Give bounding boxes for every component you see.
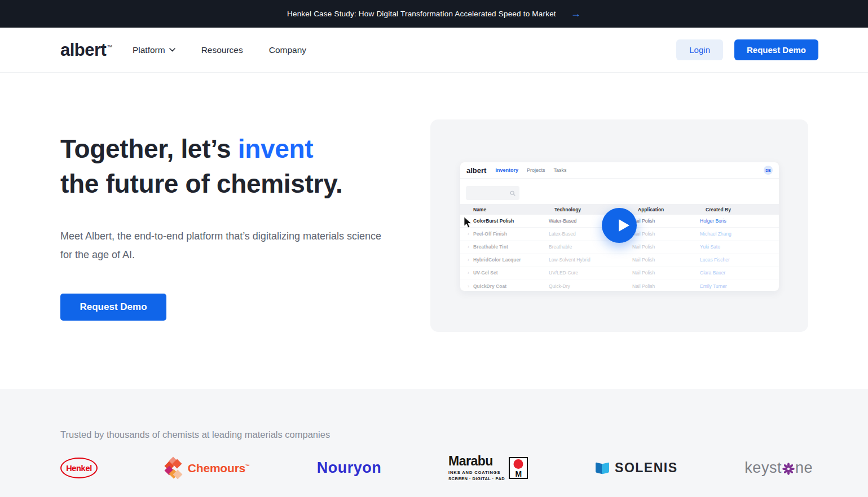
marabu-icon: M [509,457,528,479]
app-tab-inventory[interactable]: Inventory [495,167,518,173]
nav-item-company[interactable]: Company [269,45,306,55]
user-avatar[interactable]: DB [764,166,773,175]
row-application: Nail Polish [632,270,700,276]
login-button[interactable]: Login [676,39,723,60]
marabu-logo: Marabu INKS AND COATINGS SCREEN · DIGITA… [448,455,528,481]
keystone-text-pre: keyst [744,459,782,477]
keystone-text-post: ne [795,459,813,477]
arrow-right-icon: → [571,8,581,20]
solenis-logo-text: SOLENIS [615,460,677,476]
app-tabs: Inventory Projects Tasks [495,167,566,173]
row-created-by-link[interactable]: Emily Turner [700,283,779,289]
keystone-logo: keyst ne [744,459,813,477]
hero-subtext: Meet Albert, the end-to-end platform tha… [60,227,393,264]
table-row[interactable]: HybridColor Lacquer Low-Solvent Hybrid N… [460,254,779,267]
row-name: Peel-Off Finish [473,231,549,237]
mouse-cursor-icon [464,216,473,229]
company-logo-row: Henkel Chemours™ Nouryon Marabu INKS AND… [60,455,813,481]
hero-copy: Together, let’s inventthe future of chem… [60,131,416,321]
table-row[interactable]: UV-Gel Set UV/LED-Cure Nail Polish Clara… [460,267,779,279]
row-chevron-icon [468,231,473,237]
row-name: HybridColor Lacquer [473,257,549,263]
nav-links: Platform Resources Company [133,45,306,55]
hero-heading-highlight: invent [238,134,314,163]
albert-logo[interactable]: albert™ [60,40,112,60]
hero-heading-line2: the future of chemistry. [60,169,343,198]
logo-trademark: ™ [107,44,112,50]
nav-item-label: Platform [133,45,165,55]
logo-text: albert [60,40,106,60]
row-name: UV-Gel Set [473,270,549,276]
table-row[interactable]: QuickDry Coat Quick-Dry Nail Polish Emil… [460,279,779,291]
app-search-row [460,179,779,204]
nouryon-logo-text: Nouryon [317,459,382,476]
row-name: QuickDry Coat [473,283,549,289]
row-application: Nail Polish [632,231,700,237]
trusted-text: Trusted by thousands of chemists at lead… [60,429,813,440]
hero-section: Together, let’s inventthe future of chem… [0,73,868,389]
banner-text: Henkel Case Study: How Digital Transform… [287,10,556,18]
trusted-section: Trusted by thousands of chemists at lead… [0,389,868,497]
marabu-red-dot [514,459,523,469]
nav-item-resources[interactable]: Resources [201,45,243,55]
row-created-by-link[interactable]: Michael Zhang [700,231,779,237]
nav-actions: Login Request Demo [676,39,818,60]
solenis-logo: SOLENIS [595,460,677,476]
row-name: Breathable Tint [473,244,549,250]
play-icon [619,219,629,232]
announcement-banner[interactable]: Henkel Case Study: How Digital Transform… [0,0,868,28]
column-header-name: Name [473,207,554,212]
keystone-flower-icon [782,463,795,475]
column-header-created-by: Created By [706,207,779,212]
row-application: Nail Polish [632,257,700,263]
row-technology: Quick-Dry [549,283,632,289]
henkel-logo: Henkel [60,458,98,478]
chemours-logo: Chemours™ [165,458,250,479]
nav-item-label: Resources [201,45,243,55]
app-tab-projects[interactable]: Projects [527,167,545,173]
row-technology: Breathable [549,244,632,250]
row-chevron-icon [468,244,473,250]
request-demo-button[interactable]: Request Demo [734,39,818,60]
app-tab-tasks[interactable]: Tasks [553,167,566,173]
marabu-logo-text: Marabu INKS AND COATINGS SCREEN · DIGITA… [448,455,505,481]
row-name: ColorBurst Polish [473,218,549,224]
chevron-down-icon [169,48,175,52]
row-chevron-icon [468,257,473,263]
row-created-by-link[interactable]: Holger Boris [700,218,779,224]
row-chevron-icon [468,283,473,289]
hero-heading: Together, let’s inventthe future of chem… [60,131,416,201]
nouryon-logo: Nouryon [317,459,382,477]
row-application: Nail Polish [632,283,700,289]
search-input[interactable] [466,186,519,200]
chemours-icon [165,458,183,479]
row-created-by-link[interactable]: Yuki Sato [700,244,779,250]
row-technology: Low-Solvent Hybrid [549,257,632,263]
app-albert-logo: albert [466,166,486,175]
play-button[interactable] [602,208,637,243]
nav-item-platform[interactable]: Platform [133,45,175,55]
nav-item-label: Company [269,45,306,55]
row-created-by-link[interactable]: Clara Bauer [700,270,779,276]
app-preview-header: albert Inventory Projects Tasks DB [460,162,779,179]
row-technology: UV/LED-Cure [549,270,632,276]
column-header-application: Application [638,207,706,212]
hero-request-demo-button[interactable]: Request Demo [60,294,166,321]
navbar: albert™ Platform Resources Company Login… [0,28,868,73]
row-chevron-icon [468,270,473,276]
henkel-logo-text: Henkel [66,464,92,473]
hero-heading-pre: Together, let’s [60,134,238,163]
solenis-icon [595,461,610,476]
row-created-by-link[interactable]: Lucas Fischer [700,257,779,263]
row-application: Nail Polish [632,218,700,224]
product-video-card: albert Inventory Projects Tasks DB Name … [430,119,808,332]
chemours-logo-text: Chemours™ [188,462,250,475]
row-application: Nail Polish [632,244,700,250]
